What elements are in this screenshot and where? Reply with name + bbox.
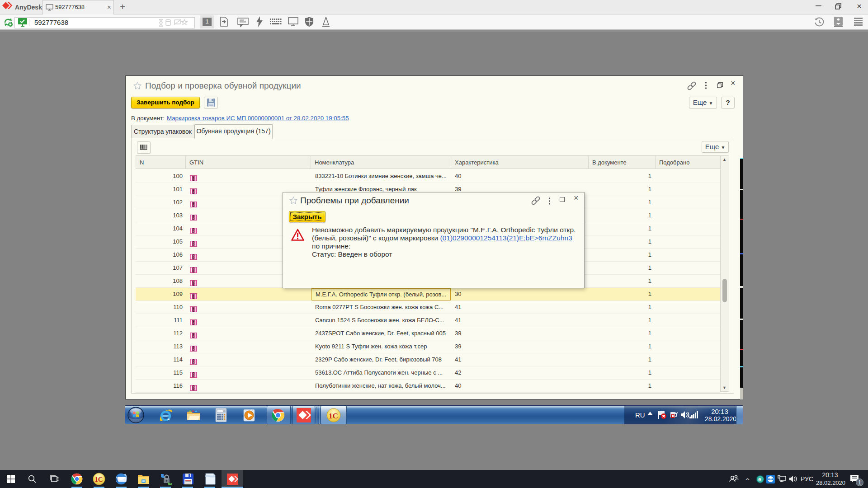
svg-text:e: e xyxy=(758,476,761,483)
svg-text:1С: 1С xyxy=(329,412,338,420)
svg-text:1С: 1С xyxy=(94,476,103,483)
